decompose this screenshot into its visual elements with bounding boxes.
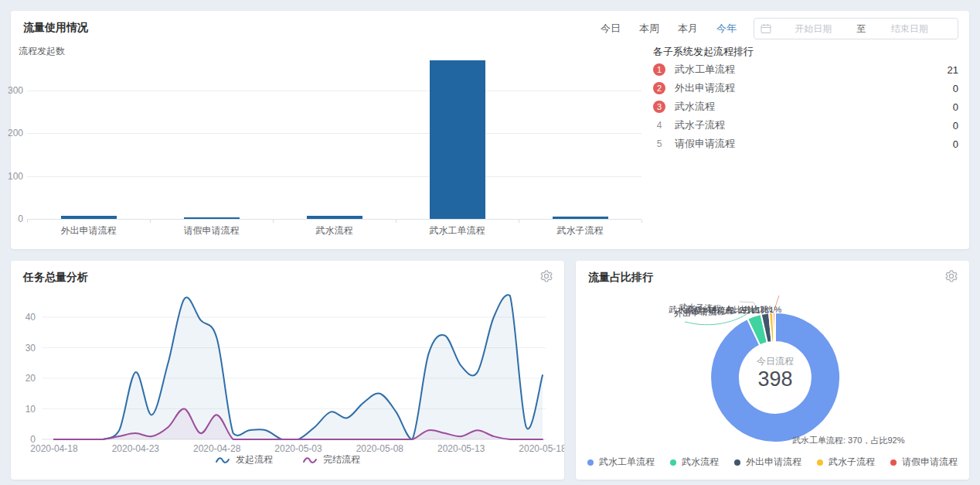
bar-gridline (27, 133, 641, 134)
range-tab-year[interactable]: 今年 (716, 22, 737, 36)
legend-label: 完结流程 (323, 453, 360, 466)
legend-label: 武水工单流程 (599, 456, 655, 469)
line-ytick-label: 10 (26, 404, 36, 415)
bar-gridline (27, 219, 641, 220)
bar-category-label: 武水流程 (316, 224, 353, 237)
rank-process-name: 武水流程 (675, 100, 953, 114)
line-xtick-label: 2020-04-23 (112, 443, 160, 454)
bar-ytick-label: 300 (0, 85, 23, 96)
legend-dot (734, 459, 740, 466)
end-date-input[interactable] (868, 23, 952, 34)
process-initiation-bar-chart: 流程发起数 0100200300外出申请流程请假申请流程武水流程武水工单流程武水… (11, 11, 652, 249)
line-xtick-label: 2020-05-18 (519, 443, 564, 454)
rank-process-value: 21 (948, 64, 958, 76)
line-ytick-label: 30 (26, 343, 36, 354)
legend-label: 发起流程 (236, 453, 273, 466)
task-line-chart: 0102030402020-04-182020-04-232020-04-282… (11, 261, 564, 480)
legend-item-发起流程[interactable]: 发起流程 (215, 453, 273, 466)
bar-ytick-label: 0 (0, 213, 23, 224)
rank-process-value: 0 (953, 138, 958, 150)
bar-category-tick (396, 220, 396, 223)
ranking-row: 3武水流程0 (653, 97, 958, 116)
bar-category-tick (641, 220, 642, 223)
bar-1 (61, 216, 117, 219)
bar-category-tick (273, 220, 274, 223)
legend-label: 外出申请流程 (746, 456, 801, 469)
ranking-row: 1武水工单流程21 (653, 60, 958, 79)
legend-dot (817, 459, 823, 466)
bar-category-label: 武水工单流程 (430, 224, 485, 237)
rank-process-name: 武水子流程 (675, 118, 953, 132)
squiggle-icon (302, 456, 318, 465)
ranking-row: 2外出申请流程0 (653, 79, 958, 97)
traffic-usage-panel: 流量使用情况 今日本周本月今年 至 流程发起数 0100200300外出申请流程… (11, 11, 969, 249)
legend-dot (670, 459, 676, 466)
line-ytick-label: 20 (26, 373, 36, 384)
pie-center-value: 398 (713, 367, 837, 391)
task-analysis-panel: 任务总量分析 0102030402020-04-182020-04-232020… (11, 261, 564, 480)
pie-main-slice-label: 武水工单流程: 370，占比92% (792, 435, 904, 446)
bar-4 (430, 60, 485, 219)
bar-category-tick (519, 220, 519, 223)
rank-number: 5 (653, 138, 665, 149)
line-xtick-label: 2020-05-03 (274, 443, 322, 454)
bar-category-label: 外出申请流程 (61, 224, 117, 237)
line-xtick-label: 2020-04-18 (30, 443, 78, 454)
legend-label: 武水流程 (682, 456, 719, 469)
rank-badge: 3 (653, 101, 665, 113)
rank-process-name: 外出申请流程 (675, 81, 953, 95)
squiggle-icon (215, 456, 230, 465)
legend-item-完结流程[interactable]: 完结流程 (302, 453, 360, 466)
start-date-input[interactable] (771, 23, 856, 34)
bar-3 (307, 216, 362, 219)
date-range-picker[interactable]: 至 (754, 18, 958, 39)
bar-gridline (27, 176, 641, 177)
line-xtick-label: 2020-05-08 (356, 443, 404, 454)
ranking-row: 5请假申请流程0 (653, 135, 958, 153)
line-chart-legend: 发起流程完结流程 (11, 453, 564, 466)
line-series-area-1 (54, 295, 543, 439)
calendar-icon (761, 23, 771, 34)
line-ytick-label: 40 (26, 312, 36, 323)
bar-ytick-label: 100 (0, 171, 23, 182)
legend-item-请假申请流程[interactable]: 请假申请流程 (890, 456, 958, 469)
pie-center-label: 今日流程 (713, 355, 837, 368)
legend-item-武水工单流程[interactable]: 武水工单流程 (587, 456, 655, 469)
bar-gridline (27, 91, 641, 91)
legend-item-武水子流程[interactable]: 武水子流程 (817, 456, 875, 469)
bar-chart-axis-name: 流程发起数 (19, 45, 65, 58)
legend-dot (890, 459, 897, 466)
rank-process-value: 0 (953, 101, 958, 113)
legend-dot (587, 459, 594, 466)
bar-category-label: 请假申请流程 (184, 224, 240, 237)
pie-slice-请假申请流程 (773, 313, 775, 342)
legend-label: 请假申请流程 (902, 456, 958, 469)
ranking-list: 1武水工单流程212外出申请流程03武水流程04武水子流程05请假申请流程0 (653, 60, 958, 153)
rank-process-value: 0 (953, 83, 958, 94)
rank-number: 4 (653, 120, 665, 131)
bar-ytick-label: 200 (0, 128, 23, 138)
legend-label: 武水子流程 (829, 456, 875, 469)
rank-badge: 2 (653, 82, 665, 94)
line-xtick-label: 2020-05-13 (437, 443, 485, 454)
rank-process-name: 武水工单流程 (675, 63, 948, 77)
bar-2 (184, 217, 240, 219)
date-range-separator: 至 (856, 22, 868, 36)
legend-item-外出申请流程[interactable]: 外出申请流程 (734, 456, 801, 469)
traffic-share-panel: 流量占比排行 武水流程: 14，占比4%外出申请流程: 8，占比2%武水子流程:… (576, 261, 969, 480)
pie-chart-legend: 武水工单流程武水流程外出申请流程武水子流程请假申请流程 (576, 456, 969, 469)
date-range-controls: 今日本周本月今年 至 (601, 18, 958, 39)
pie-overlap-label: 请假申请流程: 2，占比1% (683, 304, 781, 317)
rank-process-name: 请假申请流程 (675, 137, 953, 151)
ranking-row: 4武水子流程0 (653, 116, 958, 135)
line-xtick-label: 2020-04-28 (193, 443, 241, 454)
range-tab-month[interactable]: 本月 (678, 22, 698, 36)
bar-category-tick (27, 220, 28, 223)
bar-category-label: 武水子流程 (557, 224, 604, 237)
ranking-title: 各子系统发起流程排行 (653, 45, 754, 59)
rank-badge: 1 (653, 63, 665, 76)
rank-process-value: 0 (953, 120, 958, 131)
bar-category-tick (150, 220, 151, 223)
legend-item-武水流程[interactable]: 武水流程 (670, 456, 719, 469)
bar-5 (553, 217, 608, 219)
